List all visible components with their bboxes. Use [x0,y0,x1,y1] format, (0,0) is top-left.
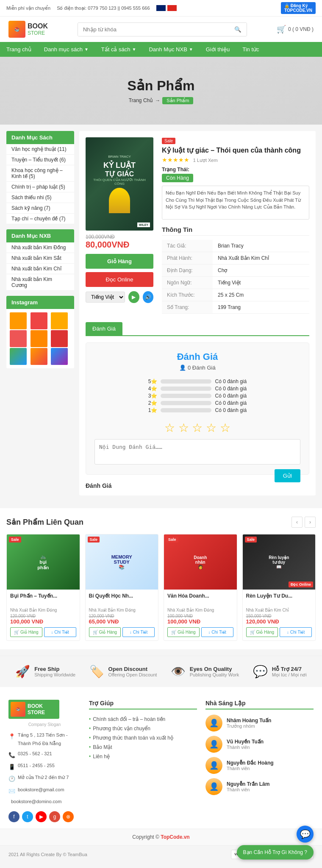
founder-avatar: 👤 [205,715,222,732]
facebook-icon[interactable]: f [8,811,19,822]
book-cover-content: BRIAN TRACY KỶ LUẬT TỰ GIÁC THÓI QUEN CỦ… [86,150,153,217]
nav-item-home[interactable]: Trang chủ [0,42,38,57]
star-label-5: 5⭐ [148,378,158,384]
instagram-item[interactable] [51,330,68,347]
reviews-section: Đánh Giá Đánh Giá 👤 0 Đánh Giá 5⭐ Có 0 đ… [86,322,309,489]
sidebar-item[interactable]: Nhà xuất bản Kim Cương [6,274,74,291]
instagram-item[interactable] [10,348,27,365]
submit-review-button[interactable]: Gửi [275,469,300,482]
rating-bar-bg [161,408,211,412]
card-cart-button[interactable]: 🛒 Giỏ Hàng [10,627,42,637]
card-cart-button[interactable]: 🛒 Giỏ Hàng [246,627,278,637]
sidebar-item[interactable]: Nhà xuất bản Kim Đồng [6,242,74,253]
add-to-cart-button[interactable]: Giỏ Hàng [86,254,153,269]
instagram-item[interactable] [31,348,47,365]
card-detail-button[interactable]: ↓ Chi Tiết [44,627,76,637]
search-button[interactable]: 🔍 [229,23,247,36]
footer-link[interactable]: Liên hệ [89,752,197,761]
book-person-illustration [109,188,130,213]
breadcrumb-separator: → [155,97,160,103]
card-image-text: 🚲bụiphấn [33,550,53,575]
flag-vn[interactable] [167,5,177,11]
rating-row-1: 1⭐ Có 0 đánh giá [148,407,247,413]
feature-subtitle: Offering Open Discount [108,672,157,677]
cart-area[interactable]: 🛒 0 ( 0 VNĐ ) [277,25,314,34]
footer-phone1: 📞 0325 - 562 - 321 [8,750,80,760]
google-icon[interactable]: g [49,811,60,822]
free-shipping-label: Miễn phí vận chuyển [6,6,50,11]
search-input[interactable] [78,23,229,36]
card-cart-button[interactable]: 🛒 Giỏ Hàng [89,627,121,637]
related-section: Sản Phẩm Liên Quan ‹ › Sale 🚲bụiphấn Bụi… [0,508,322,649]
founder-info: Nhâm Hoàng Tuấn Trưởng nhóm [227,718,271,729]
info-label: Định Dạng: [162,264,213,277]
prev-arrow-button[interactable]: ‹ [291,517,303,528]
topcode-logo: 🔒 Đăng KýTOPCODE.VN [281,2,316,14]
rss-icon[interactable]: ⊗ [63,811,74,822]
sidebar-item[interactable]: Sách kỹ năng (7) [6,203,74,214]
status-badge: Còn Hàng [162,174,193,182]
info-section: Thông Tin Tác Giả: Brian Tracy Phát Hành… [162,226,309,314]
card-cart-button[interactable]: 🛒 Giỏ Hàng [167,627,200,637]
card-detail-button[interactable]: ↓ Chi Tiết [280,627,312,637]
sidebar-item[interactable]: Tạp chí – chuyên đề (7) [6,214,74,224]
founder-avatar: 👤 [205,757,222,774]
messenger-float-button[interactable]: 💬 [297,826,314,843]
audio-button[interactable]: 🔊 [143,291,154,303]
breadcrumb-home[interactable]: Trang Chủ [129,97,153,103]
youtube-icon[interactable]: ▶ [36,811,47,822]
nav-item-all-books[interactable]: Tất cả sách ▼ [95,42,143,57]
sidebar-item[interactable]: Nhà xuất bản Kim Sắt [6,253,74,264]
sidebar-item[interactable]: Nhà xuất bản Kim Chỉ [6,264,74,274]
logo-book: BOOK [28,22,48,30]
play-button[interactable]: ▶ [128,291,139,303]
product-name: Kỷ luật tự giác – Thói quen của thành cô… [162,146,309,154]
founder-role: Trưởng nhóm [227,723,271,729]
support-float-button[interactable]: Bạn Cần Hỗ Trợ Gì Không ? [237,845,314,860]
instagram-item[interactable] [51,312,68,329]
flag-uk[interactable] [156,5,166,11]
review-textarea[interactable] [94,439,300,465]
sidebar-item[interactable]: Truyện – Tiểu thuyết (6) [6,155,74,165]
discount-icon: 🏷️ [89,665,104,679]
location-icon: 📍 [8,732,15,741]
card-publisher: Nhà Xuất Bản Kim Đồng [167,608,233,612]
language-flags[interactable] [156,5,177,11]
card-detail-button[interactable]: ↓ Chi Tiết [201,627,233,637]
sidebar-item[interactable]: Sách thiếu nhi (5) [6,192,74,203]
sidebar-item[interactable]: Chính trị – pháp luật (5) [6,182,74,192]
nav-item-categories[interactable]: Danh mục sách ▼ [38,42,95,57]
twitter-icon[interactable]: t [22,811,33,822]
tab-reviews[interactable]: Đánh Giá [86,322,122,335]
footer-link[interactable]: Chính sách đổi – trả – hoàn tiền [89,715,197,724]
instagram-item[interactable] [51,348,68,365]
read-online-button[interactable]: Đọc Online [86,272,153,287]
footer-email1: ✉️ bookstore@gmail.com [8,786,80,796]
language-select[interactable]: Tiếng Việt [86,292,125,303]
card-detail-button[interactable]: ↓ Chi Tiết [122,627,155,637]
instagram-item[interactable] [10,312,27,329]
product-image: BRIAN TRACY KỶ LUẬT TỰ GIÁC THÓI QUEN CỦ… [86,137,153,314]
instagram-item[interactable] [31,312,47,329]
instagram-item[interactable] [10,330,27,347]
rating-bars: 5⭐ Có 0 đánh giá 4⭐ Có 0 đánh giá 3⭐ Có … [148,377,247,415]
nav-item-about[interactable]: Giới thiệu [200,42,236,57]
footer-link[interactable]: Bảo Mật [89,743,197,752]
founder-info: Nguyễn Trần Lâm Thành viên [227,781,269,792]
feature-text: Open Discount Offering Open Discount [108,666,157,677]
founder-avatar: 👤 [205,778,222,795]
nav-item-news[interactable]: Tin tức [236,42,265,57]
feature-title: Free Ship [34,666,75,672]
next-arrow-button[interactable]: › [305,517,316,528]
sidebar-item[interactable]: Văn học nghệ thuật (11) [6,144,74,155]
sidebar-item[interactable]: Khoa học công nghệ – Kinh tế (5) [6,165,74,182]
rating-row-2: 2⭐ Có 0 đánh giá [148,400,247,406]
footer-help-col: Trợ Giúp Chính sách đổi – trả – hoàn tiề… [89,700,197,822]
footer-link[interactable]: Phương thức thanh toán và xuất hộ [89,733,197,743]
instagram-item[interactable] [31,330,47,347]
nav-item-publishers[interactable]: Danh Mục NXB ▼ [142,42,199,57]
instagram-grid [6,309,74,368]
footer-logo-icon: 📚 [11,702,25,717]
sidebar-instagram-heading: Instagram [6,296,74,309]
footer-link[interactable]: Phương thức vận chuyển [89,724,197,733]
